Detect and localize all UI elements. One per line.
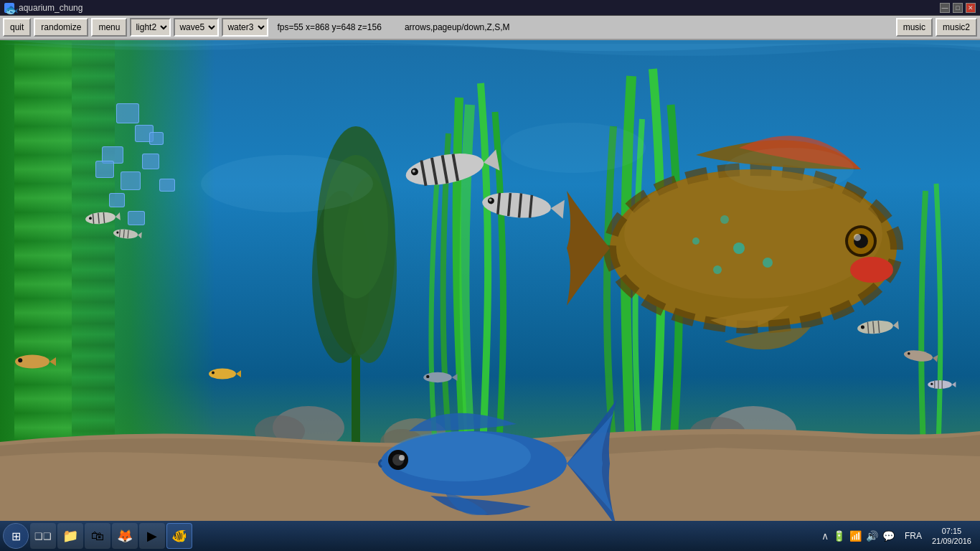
toolbar: quit randomize menu light2 light1 light3… [0, 16, 980, 40]
app-icon: 🐟 [4, 3, 14, 13]
svg-point-55 [903, 349, 933, 363]
svg-point-28 [733, 242, 745, 254]
firefox-button[interactable]: 🦊 [112, 523, 138, 549]
music-button[interactable]: music [896, 18, 933, 37]
svg-point-74 [725, 148, 854, 191]
clock-date: 21/09/2016 [932, 536, 971, 546]
display-icon[interactable]: 💬 [882, 530, 895, 542]
svg-point-27 [624, 169, 882, 298]
taskbar: ⊞ ❑❑ 📁 🛍 🦊 ▶ 🐠 ∧ 🔋 📶 🔊 💬 FRA 07:15 21/09… [0, 521, 980, 551]
scene-svg [0, 40, 980, 521]
light-select[interactable]: light2 light1 light3 light4 [130, 18, 171, 37]
svg-point-31 [692, 237, 699, 245]
svg-point-45 [18, 358, 22, 362]
svg-point-30 [763, 258, 773, 268]
maximize-button[interactable]: □ [953, 3, 963, 13]
music2-button[interactable]: music2 [936, 18, 977, 37]
svg-point-32 [720, 215, 729, 224]
tray-expand-icon[interactable]: ∧ [821, 530, 829, 542]
store-button[interactable]: 🛍 [85, 523, 110, 549]
menu-button[interactable]: menu [91, 18, 127, 37]
minimize-button[interactable]: — [940, 3, 950, 13]
task-view-button[interactable]: ❑❑ [30, 523, 56, 549]
clock-time: 07:15 [932, 526, 971, 536]
svg-point-61 [930, 383, 933, 385]
system-tray: ∧ 🔋 📶 🔊 💬 [816, 530, 900, 542]
svg-point-67 [113, 228, 138, 240]
status-display: fps=55 x=868 y=648 z=156 [277, 22, 381, 32]
water-select[interactable]: water3 water1 water2 water4 [222, 18, 268, 37]
svg-point-18 [481, 190, 552, 220]
battery-icon[interactable]: 🔋 [833, 530, 845, 542]
svg-point-37 [854, 234, 861, 241]
start-button[interactable]: ⊞ [3, 523, 29, 549]
clock[interactable]: 07:15 21/09/2016 [926, 526, 977, 547]
svg-point-33 [850, 257, 893, 283]
window-title: aquarium_chung [19, 3, 940, 13]
aquarium-viewport [0, 40, 980, 521]
window-controls: — □ ✕ [940, 3, 976, 13]
svg-point-47 [212, 372, 215, 375]
quit-button[interactable]: quit [3, 18, 31, 37]
file-explorer-button[interactable]: 📁 [57, 523, 83, 549]
svg-point-49 [426, 375, 429, 378]
svg-point-73 [502, 123, 646, 173]
network-icon[interactable]: 📶 [849, 530, 862, 542]
svg-point-29 [713, 265, 722, 274]
randomize-button[interactable]: randomize [34, 18, 88, 37]
title-bar: 🐟 aquarium_chung — □ ✕ [0, 0, 980, 16]
svg-point-72 [201, 155, 373, 212]
svg-point-40 [387, 431, 531, 481]
svg-point-43 [399, 455, 405, 461]
close-button[interactable]: ✕ [966, 3, 976, 13]
hint-display: arrows,pageup/down,Z,S,M [405, 22, 510, 32]
media-button[interactable]: ▶ [139, 523, 165, 549]
language-indicator[interactable]: FRA [902, 531, 925, 541]
wave-select[interactable]: wave5 wave1 wave2 wave3 wave4 [174, 18, 219, 37]
aquarium-button[interactable]: 🐠 [166, 523, 192, 549]
volume-icon[interactable]: 🔊 [866, 530, 878, 542]
